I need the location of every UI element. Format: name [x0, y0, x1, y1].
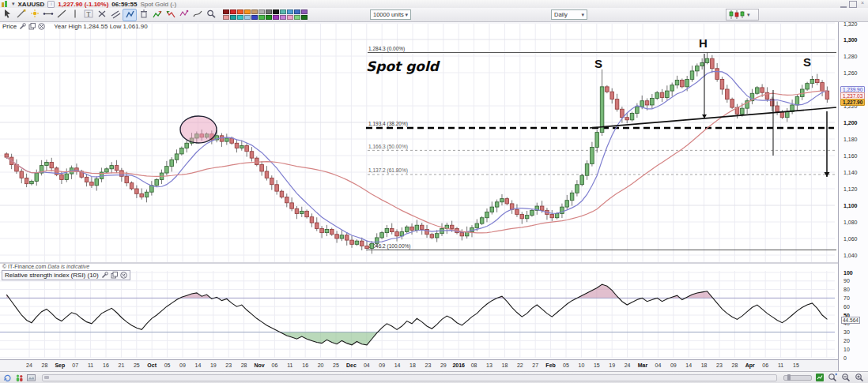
price-axis-tick: 1,200: [843, 120, 858, 126]
chart-title-label: Spot gold: [366, 58, 440, 74]
chart-type-button[interactable]: ▾: [726, 9, 759, 21]
palette-color-swatch[interactable]: [301, 15, 308, 20]
units-value: 10000 units: [373, 11, 404, 18]
palette-color-swatch[interactable]: [266, 9, 272, 14]
close-icon[interactable]: ×: [859, 1, 866, 6]
units-select[interactable]: 10000 units▾: [370, 9, 411, 20]
horizontal-scrollbar[interactable]: [42, 374, 777, 381]
close-pane-icon[interactable]: [38, 23, 45, 30]
palette-color-swatch[interactable]: [237, 15, 243, 20]
detach-window-icon[interactable]: [28, 23, 36, 30]
rsi-axis-tick: 0: [843, 355, 847, 361]
screenshot-icon[interactable]: [27, 374, 36, 381]
scroll-thumb[interactable]: [44, 376, 49, 379]
palette-color-swatch[interactable]: [244, 9, 251, 14]
pointer-icon: [2, 9, 13, 19]
zoom-reset-icon[interactable]: [828, 373, 838, 382]
settings-wrench-icon[interactable]: [101, 272, 108, 279]
zoom-slider[interactable]: [783, 375, 812, 381]
palette-color-swatch[interactable]: [259, 9, 265, 14]
symbol-menu-caret[interactable]: ▾: [12, 1, 15, 7]
palette-color-swatch[interactable]: [223, 9, 229, 14]
statusbar: [0, 371, 868, 383]
trash-tool[interactable]: [138, 9, 150, 20]
price-pane-header: Price Year High 1,284.55 Low 1,061.90: [2, 23, 148, 30]
text-icon: T: [83, 9, 94, 19]
price-change-label: 1,227.90 (-1.10%): [58, 1, 108, 8]
palette-color-swatch[interactable]: [273, 9, 279, 14]
pattern-tool-icon: [124, 9, 135, 20]
zoom-slider-handle[interactable]: [787, 374, 791, 381]
maximize-icon[interactable]: [849, 1, 857, 8]
date-axis[interactable]: 2428Sep0711162125Oct050914192328Nov06111…: [0, 359, 838, 372]
chevron-down-icon: ▾: [747, 12, 750, 18]
price-axis-tick: 1,280: [843, 54, 858, 59]
bullish-flag-tool[interactable]: [151, 9, 164, 20]
price-axis-tick: 1,300: [843, 37, 858, 43]
zigzag-tool[interactable]: [178, 9, 191, 20]
price-axis-tick: 1,140: [843, 170, 858, 175]
palette-color-swatch[interactable]: [280, 15, 286, 20]
bearish-flag-tool[interactable]: [164, 9, 177, 20]
info-icon[interactable]: i: [47, 1, 55, 8]
palette-color-swatch[interactable]: [287, 9, 293, 14]
palette-color-swatch[interactable]: [294, 9, 300, 14]
minimize-icon[interactable]: [840, 1, 847, 8]
rsi-chart[interactable]: [0, 269, 838, 359]
channel-tool[interactable]: [109, 9, 122, 20]
palette-color-swatch[interactable]: [237, 9, 243, 14]
palette-color-swatch[interactable]: [230, 9, 236, 14]
rsi-axis-tick: 10: [843, 347, 850, 352]
contacts-icon[interactable]: [15, 374, 24, 382]
rsi-axis-tick: 100: [843, 270, 853, 276]
refresh-icon[interactable]: [3, 374, 12, 382]
palette-color-swatch[interactable]: [259, 15, 265, 20]
rsi-axis-tick: 60: [843, 304, 850, 310]
pointer-tool[interactable]: [2, 9, 14, 20]
palette-color-swatch[interactable]: [301, 9, 308, 14]
price-tag-yellow: 1,227.90: [840, 99, 865, 106]
vertical-line-tool[interactable]: [69, 9, 81, 20]
palette-color-swatch[interactable]: [230, 15, 236, 20]
trendline-icon: [16, 9, 27, 19]
horizontal-segment-tool[interactable]: [42, 9, 55, 20]
palette-color-swatch[interactable]: [266, 15, 272, 20]
close-pane-icon[interactable]: [120, 272, 127, 279]
magnifier-icon: [206, 9, 217, 19]
text-tool[interactable]: T: [82, 9, 95, 20]
rsi-current-value: 44.564: [841, 317, 860, 324]
rsi-axis-tick: 20: [843, 338, 850, 344]
svg-text:1,166.3 (50.00%): 1,166.3 (50.00%): [368, 144, 408, 150]
palette-color-swatch[interactable]: [251, 15, 258, 20]
settings-wrench-icon[interactable]: [19, 23, 26, 30]
detach-window-icon[interactable]: [111, 272, 118, 279]
zoom-out-icon[interactable]: [841, 373, 851, 382]
palette-color-swatch[interactable]: [251, 9, 258, 14]
zoom-in-icon[interactable]: [855, 373, 865, 382]
palette-color-swatch[interactable]: [280, 9, 286, 14]
price-pane-title: Price: [2, 23, 17, 30]
palette-color-swatch[interactable]: [273, 15, 279, 20]
cross-tool[interactable]: [96, 9, 108, 20]
palette-color-swatch[interactable]: [294, 15, 300, 20]
pattern-label: S: [594, 57, 602, 70]
rsi-axis-tick: 30: [843, 329, 850, 335]
palette-color-swatch[interactable]: [244, 15, 251, 20]
price-axis-tick: 1,160: [843, 153, 858, 159]
svg-text:1,284.3 (0.00%): 1,284.3 (0.00%): [368, 46, 405, 52]
pattern-tool-tool[interactable]: [123, 9, 137, 21]
price-axis-tick: 1,080: [843, 220, 858, 225]
export-chart-icon[interactable]: [815, 373, 825, 382]
palette-color-swatch[interactable]: [287, 15, 293, 20]
pattern-label: S: [803, 55, 811, 69]
price-chart[interactable]: 1,284.3 (0.00%)1,193.4 (38.20%)1,166.3 (…: [0, 22, 838, 264]
freehand-tool[interactable]: [191, 9, 204, 20]
fibonacci-tool[interactable]: [28, 9, 41, 20]
period-select[interactable]: Daily▾: [551, 9, 587, 20]
magnifier-tool[interactable]: [205, 9, 217, 20]
price-axis[interactable]: 1,3201,3001,2801,2601,2201,2001,1801,160…: [838, 22, 868, 371]
segment-tool[interactable]: [55, 9, 68, 20]
trendline-tool[interactable]: [15, 9, 28, 20]
cross-icon: [96, 9, 108, 19]
palette-color-swatch[interactable]: [223, 15, 229, 20]
